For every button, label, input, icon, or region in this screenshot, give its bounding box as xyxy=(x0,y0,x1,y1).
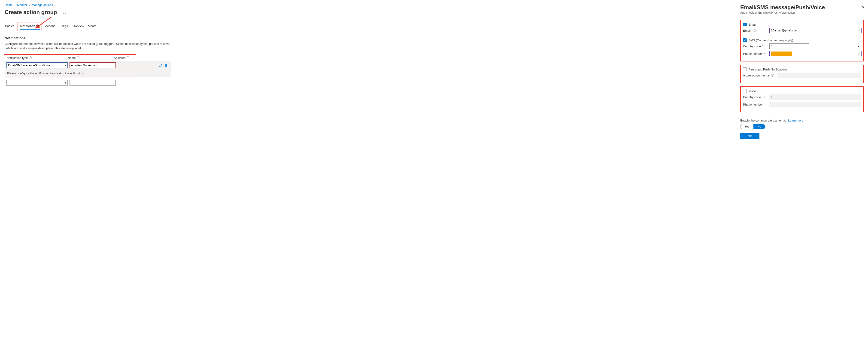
email-check-label: Email xyxy=(749,23,756,26)
email-checkbox[interactable]: ✓ xyxy=(743,23,747,26)
voice-country-label: Country code xyxy=(743,95,761,99)
notifications-description: Configure the method in which users will… xyxy=(5,42,171,51)
schema-text: Enable the common alert schema. xyxy=(740,119,786,122)
table-header: Notification type i Name i Selected i xyxy=(5,55,171,61)
notification-name-input[interactable] xyxy=(69,62,116,68)
ok-button[interactable]: OK xyxy=(740,133,760,139)
sms-checkbox[interactable]: ✓ xyxy=(743,38,747,42)
th-name: Name xyxy=(68,56,76,60)
th-selected: Selected xyxy=(114,56,126,60)
panel-subtitle: Add or edit an Email/SMS/Push/Voice acti… xyxy=(740,11,864,14)
notification-hint: Please configure the notification by cli… xyxy=(5,70,171,77)
redaction-block xyxy=(771,52,792,56)
info-icon[interactable]: i xyxy=(771,74,774,77)
edit-icon[interactable] xyxy=(159,63,163,67)
table-row: ▾ xyxy=(5,78,171,87)
chevron-down-icon: ▾ xyxy=(858,45,859,48)
breadcrumb-monitor[interactable]: Monitor xyxy=(17,3,27,7)
th-notification-type: Notification type xyxy=(6,56,28,60)
sms-country-label: Country code xyxy=(743,44,761,48)
push-account-label: Azure account email xyxy=(743,74,770,77)
close-icon[interactable]: ✕ xyxy=(861,5,864,9)
info-icon[interactable]: i xyxy=(127,56,129,59)
schema-no[interactable]: No xyxy=(753,124,765,129)
section-heading-notifications: Notifications xyxy=(5,36,730,40)
more-icon[interactable]: ··· xyxy=(61,11,66,16)
required-icon: * xyxy=(764,52,765,55)
sms-check-label: SMS (Carrier charges may apply) xyxy=(749,38,793,42)
page-title: Create action group xyxy=(5,9,57,16)
tab-review-create[interactable]: Review + create xyxy=(73,23,97,30)
voice-check-label: Voice xyxy=(749,89,756,93)
table-row: ▾ xyxy=(5,61,171,70)
tab-tags[interactable]: Tags xyxy=(61,23,69,30)
schema-toggle[interactable]: Yes No xyxy=(740,124,766,129)
info-icon[interactable]: i xyxy=(762,96,765,98)
learn-more-link[interactable]: Learn more xyxy=(788,119,803,122)
breadcrumb-home[interactable]: Home xyxy=(5,3,13,7)
annotation-highlight-box: Voice Country code i Phone number xyxy=(740,86,864,112)
info-icon[interactable]: i xyxy=(77,56,80,59)
voice-phone-input xyxy=(769,102,861,107)
voice-checkbox[interactable] xyxy=(743,89,747,93)
delete-icon[interactable] xyxy=(164,63,168,67)
schema-yes[interactable]: Yes xyxy=(741,124,753,129)
chevron-right-icon: › xyxy=(29,3,30,7)
panel-title: Email/SMS message/Push/Voice xyxy=(740,4,864,11)
info-icon[interactable]: i xyxy=(29,56,32,59)
voice-country-input xyxy=(769,94,861,100)
notification-type-select-empty[interactable] xyxy=(6,80,68,86)
sms-phone-label: Phone number xyxy=(743,52,763,55)
tab-basics[interactable]: Basics xyxy=(5,23,15,30)
push-checkbox[interactable] xyxy=(743,67,747,71)
annotation-highlight-box: ✓ Email Email * i ✓ ✓ SMS (Carrier charg… xyxy=(740,20,864,61)
chevron-right-icon: › xyxy=(55,3,56,7)
required-icon: * xyxy=(752,29,753,32)
required-icon: * xyxy=(762,44,763,48)
info-icon[interactable]: i xyxy=(754,29,756,32)
email-input[interactable] xyxy=(769,28,862,33)
breadcrumb-manage-actions[interactable]: Manage actions xyxy=(32,3,53,7)
chevron-right-icon: › xyxy=(14,3,15,7)
push-account-input xyxy=(777,72,861,78)
tab-actions[interactable]: Actions xyxy=(45,23,56,30)
annotation-highlight-box: Azure app Push Notifications Azure accou… xyxy=(740,65,864,83)
notification-type-select[interactable] xyxy=(6,62,68,68)
email-field-label: Email xyxy=(743,29,751,32)
tab-notifications[interactable]: Notifications xyxy=(20,23,40,30)
voice-phone-label: Phone number xyxy=(743,103,763,106)
notification-name-input-empty[interactable] xyxy=(69,80,116,86)
tabstrip: Basics Notifications Actions Tags Review… xyxy=(5,23,730,30)
push-check-label: Azure app Push Notifications xyxy=(749,68,787,71)
breadcrumb: Home › Monitor › Manage actions › xyxy=(5,3,730,7)
sms-country-select[interactable] xyxy=(769,43,809,49)
